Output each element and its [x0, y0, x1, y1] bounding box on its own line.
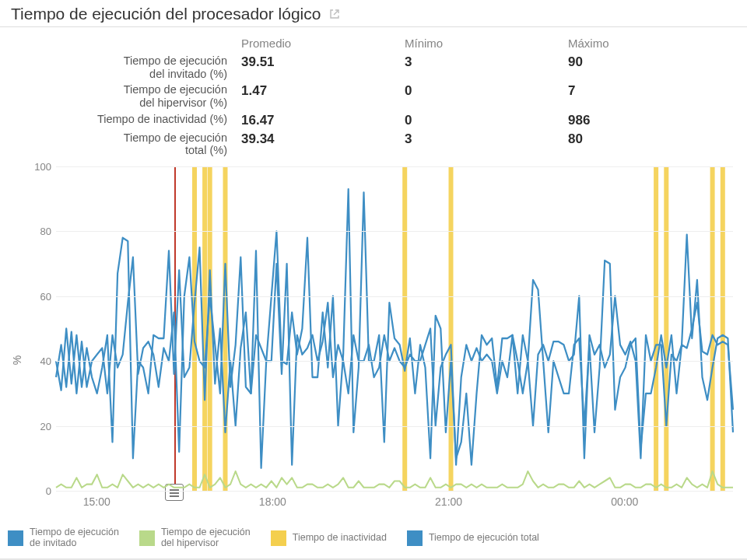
- legend: Tiempo de ejecuciónde invitado Tiempo de…: [8, 523, 739, 554]
- legend-hyper[interactable]: Tiempo de ejecucióndel hipervisor: [139, 527, 251, 549]
- ytick: 100: [28, 161, 51, 173]
- metric-hyper-min: 0: [405, 82, 568, 110]
- legend-total[interactable]: Tiempo de ejecución total: [407, 530, 539, 546]
- cpu-runtime-panel: Tiempo de ejecución del procesador lógic…: [0, 0, 747, 560]
- ytick: 60: [28, 290, 51, 302]
- metric-hyper-max: 7: [568, 82, 731, 110]
- col-min: Mínimo: [405, 32, 568, 53]
- ytick: 40: [28, 355, 51, 367]
- metric-guest-avg: 39.51: [241, 53, 405, 82]
- legend-idle[interactable]: Tiempo de inactividad: [271, 530, 387, 546]
- metric-idle-max: 986: [568, 111, 731, 130]
- legend-guest[interactable]: Tiempo de ejecuciónde invitado: [8, 527, 119, 549]
- chart-container: % 02040608010015:0018:0021:0000:00 Tiemp…: [0, 162, 747, 558]
- col-max: Máximo: [568, 32, 731, 53]
- svg-rect-8: [710, 166, 715, 491]
- chart-svg: [56, 166, 733, 491]
- metric-total-avg: 39.34: [241, 130, 405, 159]
- plot-area[interactable]: 02040608010015:0018:0021:0000:00: [56, 166, 733, 492]
- popout-icon[interactable]: [328, 8, 341, 20]
- svg-rect-5: [449, 166, 454, 491]
- svg-rect-4: [402, 166, 407, 491]
- metric-guest-label: Tiempo de ejecucióndel invitado (%): [0, 53, 241, 82]
- svg-rect-6: [654, 166, 658, 491]
- xtick: 18:00: [259, 495, 286, 508]
- ytick: 80: [28, 226, 51, 237]
- summary-table: Promedio Mínimo Máximo Tiempo de ejecuci…: [0, 27, 747, 162]
- legend-total-label: Tiempo de ejecución total: [429, 533, 539, 544]
- xtick: 21:00: [435, 495, 462, 508]
- metric-hyper-avg: 1.47: [241, 82, 405, 110]
- legend-guest-label: Tiempo de ejecuciónde invitado: [30, 527, 119, 549]
- metric-hyper-label: Tiempo de ejecucióndel hipervisor (%): [0, 82, 241, 110]
- metric-idle-avg: 16.47: [241, 111, 405, 130]
- panel-header: Tiempo de ejecución del procesador lógic…: [0, 0, 747, 27]
- metric-total-min: 3: [405, 130, 568, 159]
- swatch-icon: [407, 530, 423, 546]
- xtick: 15:00: [83, 495, 110, 508]
- metric-total-max: 80: [568, 130, 731, 159]
- metric-idle-min: 0: [405, 111, 568, 130]
- ytick: 20: [28, 420, 51, 432]
- xtick: 00:00: [611, 495, 638, 508]
- swatch-icon: [271, 530, 286, 546]
- metric-idle-label: Tiempo de inactividad (%): [0, 111, 241, 130]
- legend-hyper-label: Tiempo de ejecucióndel hipervisor: [161, 527, 251, 549]
- svg-rect-3: [223, 166, 228, 491]
- metric-guest-min: 3: [405, 53, 568, 82]
- svg-rect-7: [664, 166, 668, 491]
- y-axis-label: %: [11, 355, 23, 365]
- col-avg: Promedio: [241, 32, 405, 53]
- metric-total-label: Tiempo de ejecucióntotal (%): [0, 130, 241, 159]
- ytick: 0: [28, 485, 51, 497]
- svg-rect-9: [721, 166, 725, 491]
- metric-guest-max: 90: [568, 53, 731, 82]
- swatch-icon: [139, 530, 155, 546]
- panel-title: Tiempo de ejecución del procesador lógic…: [11, 5, 321, 23]
- legend-idle-label: Tiempo de inactividad: [293, 533, 387, 544]
- swatch-icon: [8, 530, 23, 546]
